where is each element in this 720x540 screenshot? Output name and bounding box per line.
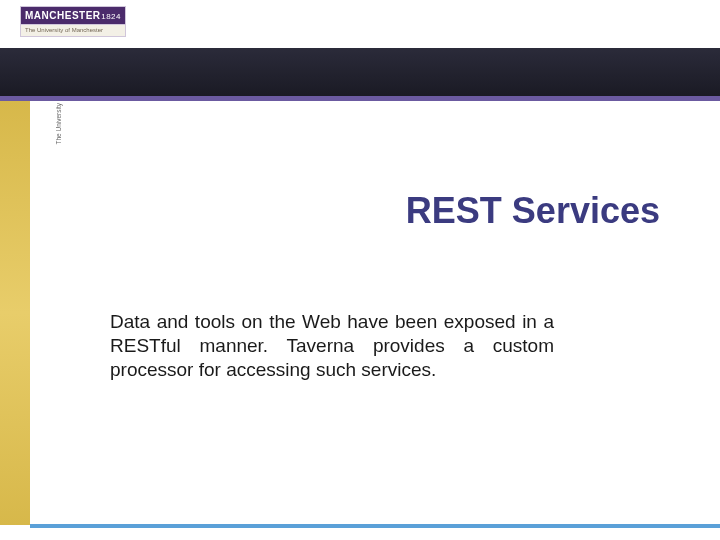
university-logo: MANCHESTER 1824 The University of Manche… xyxy=(20,6,126,46)
slide-title: REST Services xyxy=(406,190,660,232)
header-bar xyxy=(0,48,720,96)
header-underline xyxy=(0,96,720,101)
left-sidebar xyxy=(0,101,30,525)
logo-top: MANCHESTER 1824 xyxy=(20,6,126,25)
logo-name: MANCHESTER xyxy=(25,10,101,21)
footer-line xyxy=(30,524,720,528)
logo-subtitle: The University of Manchester xyxy=(20,25,126,37)
logo-year: 1824 xyxy=(101,12,121,21)
slide: MANCHESTER 1824 The University of Manche… xyxy=(0,0,720,540)
slide-body: Data and tools on the Web have been expo… xyxy=(110,310,554,381)
